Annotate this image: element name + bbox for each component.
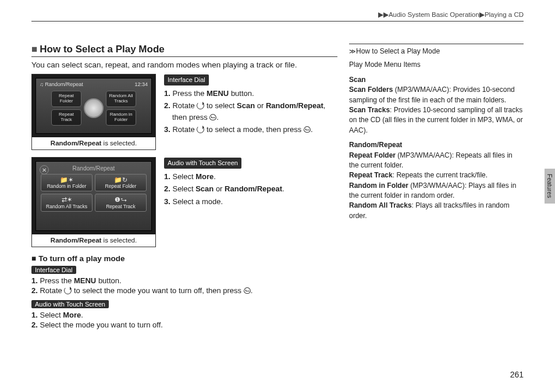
sidebar-rf-b: Repeat Folder xyxy=(349,151,396,159)
dial-step-3: 3. Rotate to select a mode, then press . xyxy=(164,124,337,136)
caption-rest: is selected. xyxy=(101,237,137,244)
breadcrumb: ▶▶Audio System Basic Operation▶Playing a… xyxy=(31,10,524,21)
touch-step-1: 1. Select More. xyxy=(164,171,337,183)
section-tab-label: Features xyxy=(546,174,553,198)
breadcrumb-part1: Audio System Basic Operation xyxy=(389,11,479,18)
row-touch: ✕ Random/Repeat 📁✶Random in Folder 📁↻Rep… xyxy=(31,157,337,247)
breadcrumb-arrows: ▶▶ xyxy=(378,11,389,18)
sidebar-title: ≫How to Select a Play Mode xyxy=(349,47,524,56)
turnoff-touch-step-1: 1. Select More. xyxy=(31,311,337,319)
sidebar-scan-h: Scan xyxy=(349,76,366,84)
touch-screen-title: Random/Repeat xyxy=(38,164,149,173)
dial-instructions: Interface Dial 1. Press the MENU button.… xyxy=(164,74,337,150)
caption-rest: is selected. xyxy=(101,140,137,147)
pill-audio-touch-2: Audio with Touch Screen xyxy=(31,300,109,308)
enter-icon xyxy=(304,126,311,133)
caption-bold: Random/Repeat xyxy=(51,140,102,147)
repeat-one-icon: ❶⮑ xyxy=(95,196,146,203)
turnoff-dial-step-2: 2. Rotate to select the mode you want to… xyxy=(31,286,337,295)
dial-opt-repeat-track: Repeat Track xyxy=(51,109,81,126)
rotate-icon xyxy=(197,126,204,133)
square-bullet-icon: ■ xyxy=(31,44,37,55)
turnoff-dial-steps: 1. Press the MENU button. 2. Rotate to s… xyxy=(31,276,337,295)
screenshot-dial-frame: ♫ Random/Repeat 12:34 Repeat Folder Repe… xyxy=(32,74,155,137)
rotate-icon xyxy=(64,287,72,294)
touch-btn-repeat-folder: 📁↻Repeat Folder xyxy=(95,174,147,191)
sidebar-scan-folders-b: Scan Folders xyxy=(349,85,393,94)
sidebar-rif-b: Random in Folder xyxy=(349,181,408,190)
enter-icon xyxy=(244,287,251,294)
sidebar-scan-tracks-b: Scan Tracks xyxy=(349,106,390,114)
screenshot-touch-screen: ✕ Random/Repeat 📁✶Random in Folder 📁↻Rep… xyxy=(35,161,152,231)
dial-center-knob-icon xyxy=(84,98,104,118)
dial-opt-random-in-folder: Random in Folder xyxy=(106,109,136,126)
sidebar-rt-b: Repeat Track xyxy=(349,171,393,179)
main-column: ■How to Select a Play Mode You can selec… xyxy=(31,44,337,330)
page-number: 261 xyxy=(510,370,524,379)
sidebar-menu-items: Play Mode Menu Items xyxy=(349,60,524,70)
dial-screen-grid: Repeat Folder Repeat Track Random All Tr… xyxy=(38,88,149,129)
heading-text: How to Select a Play Mode xyxy=(40,44,164,55)
dial-steps: 1. Press the MENU button. 2. Rotate to s… xyxy=(164,88,337,136)
screenshot-dial-caption: Random/Repeat is selected. xyxy=(32,137,155,149)
screenshot-touch-caption: Random/Repeat is selected. xyxy=(32,234,155,247)
screenshot-dial-screen: ♫ Random/Repeat 12:34 Repeat Folder Repe… xyxy=(35,78,152,134)
dial-screen-topbar: ♫ Random/Repeat 12:34 xyxy=(38,81,149,88)
row-dial: ♫ Random/Repeat 12:34 Repeat Folder Repe… xyxy=(31,74,337,150)
touch-screen-grid: 📁✶Random in Folder 📁↻Repeat Folder ⇄✶Ran… xyxy=(38,173,149,213)
folder-shuffle-icon: 📁✶ xyxy=(41,176,92,183)
chevron-icon: ≫ xyxy=(349,48,355,55)
touch-btn-random-all: ⇄✶Random All Tracks xyxy=(41,194,92,211)
dial-screen-title: ♫ Random/Repeat xyxy=(40,81,83,87)
touch-btn-repeat-track: ❶⮑Repeat Track xyxy=(95,194,147,211)
touch-step-3: 3. Select a mode. xyxy=(164,196,337,208)
subheading-turn-off: ■To turn off a play mode xyxy=(31,254,337,263)
touch-steps: 1. Select More. 2. Select Scan or Random… xyxy=(164,171,337,208)
dial-opt-random-all: Random All Tracks xyxy=(106,91,136,107)
sidebar-scan-block: Scan Scan Folders (MP3/WMA/AAC): Provide… xyxy=(349,75,524,136)
turnoff-touch-steps: 1. Select More. 2. Select the mode you w… xyxy=(31,311,337,329)
caption-bold: Random/Repeat xyxy=(51,237,102,244)
dial-opt-repeat-folder: Repeat Folder xyxy=(51,91,81,107)
intro-text: You can select scan, repeat, and random … xyxy=(31,60,337,69)
sidebar-rat-b: Random All Tracks xyxy=(349,201,412,209)
pill-interface-dial: Interface Dial xyxy=(164,74,209,85)
sidebar-rr-h: Random/Repeat xyxy=(349,141,402,149)
section-tab-features: Features xyxy=(545,169,555,204)
dial-step-1: 1. Press the MENU button. xyxy=(164,88,337,99)
content-columns: ■How to Select a Play Mode You can selec… xyxy=(31,44,524,330)
sidebar-rr-block: Random/Repeat Repeat Folder (MP3/WMA/AAC… xyxy=(349,140,524,221)
touch-btn-random-in-folder: 📁✶Random in Folder xyxy=(41,174,92,191)
enter-icon xyxy=(209,114,216,120)
sidebar-title-text: How to Select a Play Mode xyxy=(356,47,440,55)
pill-audio-touch: Audio with Touch Screen xyxy=(164,158,241,169)
subheading-text: To turn off a play mode xyxy=(38,254,124,263)
breadcrumb-sep: ▶ xyxy=(479,11,485,18)
square-bullet-icon: ■ xyxy=(31,254,36,263)
pill-interface-dial-2: Interface Dial xyxy=(31,266,76,274)
screenshot-dial: ♫ Random/Repeat 12:34 Repeat Folder Repe… xyxy=(31,74,156,150)
rule-top xyxy=(31,21,524,22)
screenshot-touch: ✕ Random/Repeat 📁✶Random in Folder 📁↻Rep… xyxy=(31,157,156,247)
screenshot-touch-frame: ✕ Random/Repeat 📁✶Random in Folder 📁↻Rep… xyxy=(32,158,155,234)
touch-step-2: 2. Select Scan or Random/Repeat. xyxy=(164,183,337,195)
turnoff-touch-step-2: 2. Select the mode you want to turn off. xyxy=(31,320,337,329)
sidebar-notes: ≫How to Select a Play Mode Play Mode Men… xyxy=(349,44,524,330)
rotate-icon xyxy=(197,102,204,109)
page-container: ▶▶Audio System Basic Operation▶Playing a… xyxy=(0,0,555,330)
dial-step-2: 2. Rotate to select Scan or Random/Repea… xyxy=(164,100,337,123)
touch-instructions: Audio with Touch Screen 1. Select More. … xyxy=(164,157,337,247)
dial-screen-time: 12:34 xyxy=(134,81,148,87)
breadcrumb-part2: Playing a CD xyxy=(485,11,524,18)
folder-repeat-icon: 📁↻ xyxy=(95,176,146,183)
section-heading: ■How to Select a Play Mode xyxy=(31,44,337,57)
shuffle-icon: ⇄✶ xyxy=(41,196,92,203)
sidebar-rt: : Repeats the current track/file. xyxy=(393,171,488,179)
close-icon: ✕ xyxy=(40,165,49,174)
turnoff-dial-step-1: 1. Press the MENU button. xyxy=(31,276,337,285)
